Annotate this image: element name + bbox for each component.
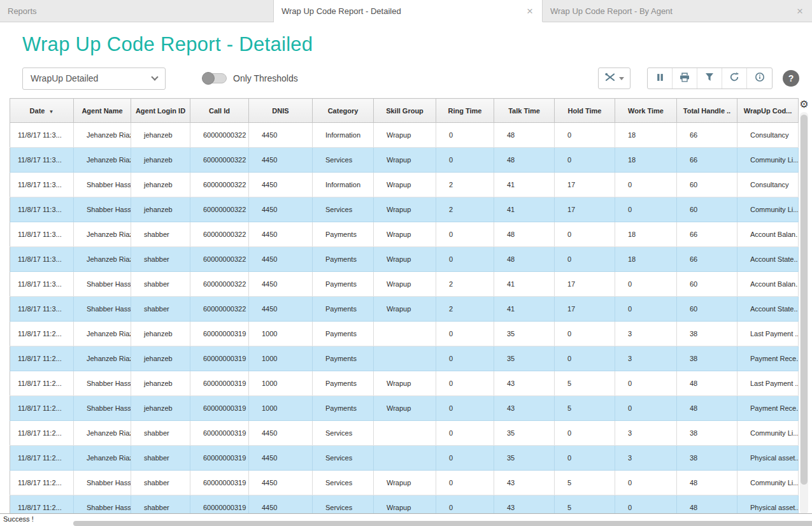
column-header-dnis[interactable]: DNIS	[249, 99, 313, 123]
table-row[interactable]: 11/8/17 11:3...Shabber Hass...shabber600…	[10, 272, 799, 297]
print-button[interactable]	[673, 68, 697, 89]
grid-settings-gear-icon[interactable]: ⚙	[799, 98, 808, 111]
cell-call-id: 60000000322	[190, 247, 249, 272]
pause-button[interactable]	[648, 68, 673, 89]
cell-work-time: 18	[615, 123, 677, 148]
cell-date: 11/8/17 11:3...	[10, 297, 74, 322]
cell-call-id: 60000000319	[190, 396, 249, 421]
table-row[interactable]: 11/8/17 11:2...Jehanzeb Riazshabber60000…	[10, 446, 799, 471]
table-row[interactable]: 11/8/17 11:2...Jehanzeb Riazshabber60000…	[10, 421, 799, 446]
column-header-label: Work Time	[628, 107, 664, 115]
cell-work-time: 0	[615, 371, 677, 396]
column-header-label: Agent Login ID	[136, 107, 185, 115]
column-header-category[interactable]: Category	[313, 99, 374, 123]
column-header-call-id[interactable]: Call Id	[190, 99, 249, 123]
help-button[interactable]: ?	[783, 70, 799, 87]
filter-button[interactable]	[697, 68, 722, 89]
cell-call-id: 60000000322	[190, 173, 249, 197]
cell-skill-group: Wrapup	[374, 471, 436, 495]
cell-category: Payments	[313, 222, 374, 247]
cell-wrapup-cod: Last Payment ...	[737, 371, 799, 396]
cell-wrapup-cod: Payment Rece...	[737, 396, 799, 421]
column-header-wrapup-cod[interactable]: WrapUp Cod...	[737, 99, 799, 123]
column-header-agent-name[interactable]: Agent Name	[74, 99, 131, 123]
table-header-row: Date▼Agent NameAgent Login IDCall IdDNIS…	[10, 99, 799, 123]
sort-desc-icon: ▼	[48, 109, 53, 115]
table-row[interactable]: 11/8/17 11:2...Shabber Hass...jehanzeb60…	[10, 371, 799, 396]
cell-agent-name: Jehanzeb Riaz	[74, 148, 131, 173]
cell-skill-group: Wrapup	[374, 396, 436, 421]
column-header-work-time[interactable]: Work Time	[615, 99, 677, 123]
cell-wrapup-cod: Account State...	[737, 247, 799, 272]
column-header-ring-time[interactable]: Ring Time	[436, 99, 494, 123]
column-header-label: Hold Time	[568, 107, 602, 115]
column-header-skill-group[interactable]: Skill Group	[374, 99, 436, 123]
cell-ring-time: 0	[436, 123, 494, 148]
table-row[interactable]: 11/8/17 11:3...Shabber Hass...shabber600…	[10, 297, 799, 322]
table-row[interactable]: 11/8/17 11:2...Shabber Hass...shabber600…	[10, 495, 799, 515]
cell-date: 11/8/17 11:2...	[10, 396, 74, 421]
cell-dnis: 4450	[249, 123, 313, 148]
table-row[interactable]: 11/8/17 11:2...Jehanzeb Riazjehanzeb6000…	[10, 322, 799, 346]
cell-call-id: 60000000319	[190, 346, 249, 371]
column-header-hold-time[interactable]: Hold Time	[555, 99, 615, 123]
cell-category: Information	[313, 173, 374, 197]
cell-agent-login-id: shabber	[131, 421, 190, 446]
cell-category: Payments	[313, 396, 374, 421]
column-header-date[interactable]: Date▼	[10, 99, 74, 123]
cell-ring-time: 0	[436, 148, 494, 173]
info-button[interactable]	[747, 68, 772, 89]
vertical-scroll-thumb[interactable]	[801, 115, 808, 485]
cell-ring-time: 2	[436, 173, 494, 197]
cell-ring-time: 0	[436, 247, 494, 272]
table-row[interactable]: 11/8/17 11:3...Shabber Hass...jehanzeb60…	[10, 197, 799, 222]
tab-wrapup-detailed[interactable]: Wrap Up Code Report - Detailed ×	[274, 0, 543, 22]
cell-talk-time: 41	[494, 173, 555, 197]
close-icon[interactable]: ×	[525, 6, 534, 17]
column-header-total-handle[interactable]: Total Handle ..	[677, 99, 737, 123]
cell-dnis: 4450	[249, 222, 313, 247]
cell-wrapup-cod: Consultancy	[737, 173, 799, 197]
cell-agent-login-id: shabber	[131, 495, 190, 515]
only-thresholds-toggle[interactable]	[203, 73, 227, 83]
cell-work-time: 3	[615, 346, 677, 371]
cell-agent-name: Jehanzeb Riaz	[74, 322, 131, 346]
cell-wrapup-cod: Physical asset...	[737, 446, 799, 471]
cell-call-id: 60000000319	[190, 371, 249, 396]
cell-ring-time: 0	[436, 322, 494, 346]
table-row[interactable]: 11/8/17 11:2...Shabber Hass...jehanzeb60…	[10, 396, 799, 421]
tools-menu-button[interactable]	[598, 68, 630, 89]
cell-wrapup-cod: Account State...	[737, 297, 799, 322]
vertical-scroll-track[interactable]	[800, 112, 808, 515]
table-row[interactable]: 11/8/17 11:2...Shabber Hass...shabber600…	[10, 471, 799, 495]
refresh-button[interactable]	[722, 68, 747, 89]
cell-agent-login-id: jehanzeb	[131, 123, 190, 148]
tools-icon	[604, 73, 616, 84]
column-header-label: Call Id	[209, 107, 230, 115]
table-row[interactable]: 11/8/17 11:3...Jehanzeb Riazshabber60000…	[10, 247, 799, 272]
cell-hold-time: 0	[555, 148, 615, 173]
cell-skill-group	[374, 346, 436, 371]
table-row[interactable]: 11/8/17 11:2...Jehanzeb Riazjehanzeb6000…	[10, 346, 799, 371]
tab-label: Wrap Up Code Report - By Agent	[550, 6, 795, 16]
cell-talk-time: 48	[494, 123, 555, 148]
close-icon[interactable]: ×	[795, 6, 804, 17]
cell-hold-time: 17	[555, 297, 615, 322]
column-header-talk-time[interactable]: Talk Time	[494, 99, 555, 123]
cell-talk-time: 35	[494, 446, 555, 471]
cell-category: Payments	[313, 297, 374, 322]
tab-reports[interactable]: Reports	[0, 0, 274, 22]
tab-wrapup-by-agent[interactable]: Wrap Up Code Report - By Agent ×	[543, 0, 812, 22]
cell-talk-time: 48	[494, 247, 555, 272]
column-header-label: Skill Group	[386, 107, 424, 115]
view-selector-dropdown[interactable]: WrapUp Detailed	[22, 68, 166, 90]
cell-ring-time: 0	[436, 471, 494, 495]
cell-dnis: 4450	[249, 471, 313, 495]
table-row[interactable]: 11/8/17 11:3...Jehanzeb Riazjehanzeb6000…	[10, 123, 799, 148]
table-row[interactable]: 11/8/17 11:3...Shabber Hass...jehanzeb60…	[10, 173, 799, 197]
column-header-agent-login-id[interactable]: Agent Login ID	[131, 99, 190, 123]
table-row[interactable]: 11/8/17 11:3...Jehanzeb Riazshabber60000…	[10, 222, 799, 247]
cell-work-time: 3	[615, 421, 677, 446]
table-row[interactable]: 11/8/17 11:3...Jehanzeb Riazjehanzeb6000…	[10, 148, 799, 173]
horizontal-scroll-thumb[interactable]	[73, 521, 812, 526]
